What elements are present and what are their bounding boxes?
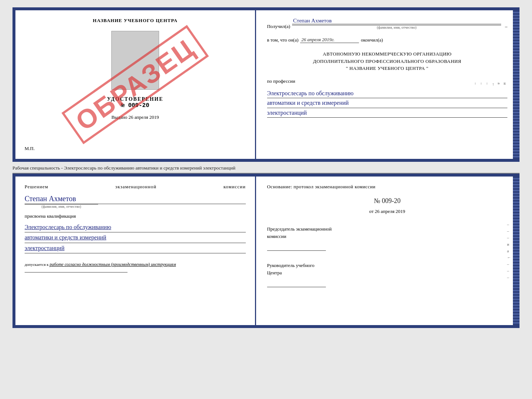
- protocol-number: № 009-20: [267, 197, 507, 205]
- date-prefix: от: [369, 209, 374, 214]
- finished-label: окончил(а): [361, 37, 383, 43]
- inthat-label: в том, что он(а): [267, 37, 299, 43]
- photo-placeholder: [111, 31, 159, 90]
- allowed-underline: [25, 272, 127, 272]
- cert-type: УДОСТОВЕРЕНИЕ: [107, 96, 163, 102]
- bottom-name-block: Степан Ахметов (фамилия, имя, отчество): [25, 195, 246, 209]
- qual-line2: автоматики и средств измерений: [25, 232, 246, 243]
- br-label5: а: [507, 249, 511, 253]
- issued-date: Выдано 26 апреля 2019: [111, 114, 159, 120]
- director-line2: Центра: [267, 270, 282, 275]
- br-label4: и: [507, 242, 511, 246]
- issued-date-value: 26 апреля 2019: [129, 114, 159, 120]
- inthat-row: в том, что он(а) 26 апреля 2019г. окончи…: [267, 37, 507, 43]
- recipient-name: Степан Ахметов: [292, 18, 502, 24]
- profession-line3: электростанций: [267, 108, 507, 118]
- br-label6: ←: [507, 255, 511, 260]
- bottom-right-panel: Основание: протокол экзаменационной коми…: [256, 177, 517, 325]
- allowed-label: допускается к: [25, 262, 48, 267]
- top-left-title: НАЗВАНИЕ УЧЕБНОГО ЦЕНТРА: [93, 18, 178, 24]
- br-label1: –: [507, 222, 511, 227]
- right-side-labels: и а ← – – –: [474, 83, 507, 87]
- inthat-date: 26 апреля 2019г.: [300, 37, 359, 43]
- qual-line3: электростанций: [25, 243, 246, 253]
- issued-label: Выдано: [111, 114, 127, 120]
- top-left-panel: НАЗВАНИЕ УЧЕБНОГО ЦЕНТРА УДОСТОВЕРЕНИЕ №…: [15, 10, 256, 159]
- director-block: Руководитель учебного Центра: [267, 262, 507, 287]
- assigned-label: присвоена квалификация: [25, 213, 246, 219]
- br-label2: –: [507, 229, 511, 233]
- protocol-date: от 26 апреля 2019: [267, 209, 507, 214]
- org-block: АВТОНОМНУЮ НЕКОММЕРЧЕСКУЮ ОРГАНИЗАЦИЮ ДО…: [267, 50, 507, 72]
- top-document: НАЗВАНИЕ УЧЕБНОГО ЦЕНТРА УДОСТОВЕРЕНИЕ №…: [12, 7, 520, 162]
- bottom-document: Решением экзаменационной комиссии Степан…: [12, 174, 520, 328]
- allowed-value: работе согласно должностным (производств…: [50, 262, 176, 267]
- qual-line1: Электрослесарь по обслуживанию: [25, 222, 246, 232]
- profession-block: Электрослесарь по обслуживанию автоматик…: [267, 89, 507, 118]
- br-label8: –: [507, 268, 511, 273]
- page-wrapper: НАЗВАНИЕ УЧЕБНОГО ЦЕНТРА УДОСТОВЕРЕНИЕ №…: [12, 7, 520, 328]
- rlabel1: и: [503, 83, 507, 87]
- top-right-panel: Получил(а) Степан Ахметов (фамилия, имя,…: [256, 10, 517, 159]
- komissia-title: Решением экзаменационной комиссии: [25, 184, 246, 190]
- director-signature-line: [267, 278, 326, 287]
- bottom-right-labels: – – – и а ← – – –: [507, 177, 511, 325]
- received-label: Получил(а): [267, 24, 290, 29]
- qualification-block: Электрослесарь по обслуживанию автоматик…: [25, 222, 246, 253]
- spine-right: [513, 10, 520, 159]
- date-value: 26 апреля 2019: [375, 209, 405, 214]
- chairman-signature-line: [267, 242, 326, 251]
- chairman-line2: комиссии: [267, 234, 287, 239]
- br-label3: –: [507, 235, 511, 240]
- mp-label: М.П.: [25, 138, 35, 152]
- profession-line2: автоматики и средств измерений: [267, 98, 507, 108]
- org-line1: АВТОНОМНУЮ НЕКОММЕРЧЕСКУЮ ОРГАНИЗАЦИЮ: [267, 50, 507, 58]
- bottom-left-panel: Решением экзаменационной комиссии Степан…: [15, 177, 256, 325]
- rlabel3: ←: [491, 83, 496, 87]
- osnование-title: Основание: протокол экзаменационной коми…: [267, 184, 507, 190]
- received-row: Получил(а) Степан Ахметов (фамилия, имя,…: [267, 18, 507, 29]
- rlabel2: а: [497, 83, 502, 87]
- allowed-block: допускается к работе согласно должностны…: [25, 262, 246, 267]
- profession-line1: Электрослесарь по обслуживанию: [267, 89, 507, 99]
- bottom-name-value: Степан Ахметов: [25, 195, 246, 204]
- dash1: –: [505, 24, 507, 29]
- name-sublabel: (фамилия, имя, отчество): [292, 25, 502, 29]
- cert-number: № 009-20: [121, 102, 149, 109]
- director-line1: Руководитель учебного: [267, 263, 314, 268]
- separator-text: Рабочая специальность - Электрослесарь п…: [12, 162, 520, 174]
- chairman-block: Председатель экзаменационной комиссии: [267, 225, 507, 251]
- org-line2: ДОПОЛНИТЕЛЬНОГО ПРОФЕССИОНАЛЬНОГО ОБРАЗО…: [267, 58, 507, 65]
- rlabel6: –: [474, 83, 478, 87]
- br-label9: –: [507, 275, 511, 279]
- rlabel4: –: [485, 83, 490, 87]
- profession-label: по профессии: [267, 78, 507, 84]
- org-line3: " НАЗВАНИЕ УЧЕБНОГО ЦЕНТРА ": [267, 65, 507, 72]
- br-label7: –: [507, 262, 511, 266]
- chairman-label: Председатель экзаменационной комиссии: [267, 225, 507, 240]
- bottom-spine-right: [513, 177, 520, 325]
- rlabel5: –: [479, 83, 484, 87]
- director-label: Руководитель учебного Центра: [267, 262, 507, 276]
- chairman-line1: Председатель экзаменационной: [267, 226, 332, 232]
- bottom-name-sub: (фамилия, имя, отчество): [25, 204, 98, 209]
